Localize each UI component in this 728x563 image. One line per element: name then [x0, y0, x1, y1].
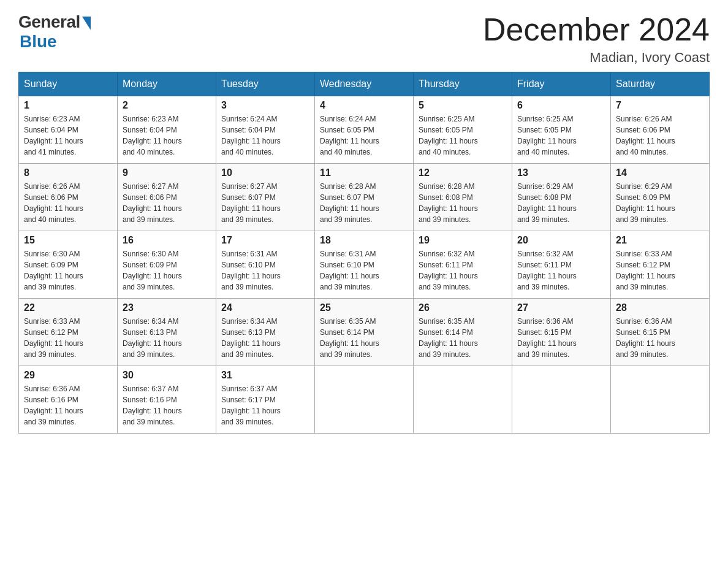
day-info: Sunrise: 6:34 AMSunset: 6:13 PMDaylight:…	[123, 316, 211, 360]
day-number: 7	[616, 100, 704, 111]
calendar-cell: 13Sunrise: 6:29 AMSunset: 6:08 PMDayligh…	[512, 164, 611, 231]
calendar-table: SundayMondayTuesdayWednesdayThursdayFrid…	[18, 72, 710, 434]
day-number: 16	[123, 235, 211, 246]
day-info: Sunrise: 6:31 AMSunset: 6:10 PMDaylight:…	[320, 248, 408, 293]
calendar-cell: 31Sunrise: 6:37 AMSunset: 6:17 PMDayligh…	[216, 366, 315, 434]
day-number: 22	[24, 302, 112, 313]
day-number: 13	[517, 167, 605, 178]
day-number: 8	[24, 167, 112, 178]
week-row-1: 1Sunrise: 6:23 AMSunset: 6:04 PMDaylight…	[19, 96, 710, 164]
day-number: 20	[517, 235, 605, 246]
day-info: Sunrise: 6:32 AMSunset: 6:11 PMDaylight:…	[419, 248, 507, 293]
calendar-cell: 18Sunrise: 6:31 AMSunset: 6:10 PMDayligh…	[315, 231, 414, 299]
day-number: 21	[616, 235, 704, 246]
day-info: Sunrise: 6:28 AMSunset: 6:08 PMDaylight:…	[419, 181, 507, 225]
calendar-cell: 19Sunrise: 6:32 AMSunset: 6:11 PMDayligh…	[414, 231, 512, 299]
week-row-5: 29Sunrise: 6:36 AMSunset: 6:16 PMDayligh…	[19, 366, 710, 434]
calendar-cell: 3Sunrise: 6:24 AMSunset: 6:04 PMDaylight…	[216, 96, 315, 164]
day-number: 17	[221, 235, 309, 246]
day-number: 19	[419, 235, 507, 246]
col-header-wednesday: Wednesday	[315, 72, 414, 96]
calendar-cell: 17Sunrise: 6:31 AMSunset: 6:10 PMDayligh…	[216, 231, 315, 299]
day-info: Sunrise: 6:23 AMSunset: 6:04 PMDaylight:…	[123, 113, 211, 158]
day-info: Sunrise: 6:29 AMSunset: 6:09 PMDaylight:…	[616, 181, 704, 225]
calendar-cell: 1Sunrise: 6:23 AMSunset: 6:04 PMDaylight…	[19, 96, 118, 164]
calendar-cell: 8Sunrise: 6:26 AMSunset: 6:06 PMDaylight…	[19, 164, 118, 231]
day-number: 5	[419, 100, 507, 111]
week-row-4: 22Sunrise: 6:33 AMSunset: 6:12 PMDayligh…	[19, 299, 710, 366]
day-info: Sunrise: 6:37 AMSunset: 6:16 PMDaylight:…	[123, 383, 211, 427]
calendar-cell: 24Sunrise: 6:34 AMSunset: 6:13 PMDayligh…	[216, 299, 315, 366]
calendar-cell: 14Sunrise: 6:29 AMSunset: 6:09 PMDayligh…	[611, 164, 710, 231]
title-block: December 2024 Madian, Ivory Coast	[483, 12, 710, 66]
calendar-cell: 5Sunrise: 6:25 AMSunset: 6:05 PMDaylight…	[414, 96, 512, 164]
day-info: Sunrise: 6:27 AMSunset: 6:07 PMDaylight:…	[221, 181, 309, 225]
day-info: Sunrise: 6:34 AMSunset: 6:13 PMDaylight:…	[221, 316, 309, 360]
day-number: 27	[517, 302, 605, 313]
day-info: Sunrise: 6:35 AMSunset: 6:14 PMDaylight:…	[419, 316, 507, 360]
calendar-cell	[512, 366, 611, 434]
day-info: Sunrise: 6:26 AMSunset: 6:06 PMDaylight:…	[616, 113, 704, 158]
calendar-cell: 12Sunrise: 6:28 AMSunset: 6:08 PMDayligh…	[414, 164, 512, 231]
col-header-tuesday: Tuesday	[216, 72, 315, 96]
day-info: Sunrise: 6:27 AMSunset: 6:06 PMDaylight:…	[123, 181, 211, 225]
logo-blue-text: Blue	[20, 32, 57, 52]
day-info: Sunrise: 6:28 AMSunset: 6:07 PMDaylight:…	[320, 181, 408, 225]
day-number: 26	[419, 302, 507, 313]
day-number: 25	[320, 302, 408, 313]
logo-general-text: General	[18, 12, 80, 32]
week-row-2: 8Sunrise: 6:26 AMSunset: 6:06 PMDaylight…	[19, 164, 710, 231]
day-number: 31	[221, 370, 309, 381]
day-info: Sunrise: 6:31 AMSunset: 6:10 PMDaylight:…	[221, 248, 309, 293]
day-info: Sunrise: 6:35 AMSunset: 6:14 PMDaylight:…	[320, 316, 408, 360]
day-number: 15	[24, 235, 112, 246]
calendar-cell	[315, 366, 414, 434]
day-number: 11	[320, 167, 408, 178]
day-number: 12	[419, 167, 507, 178]
calendar-cell: 26Sunrise: 6:35 AMSunset: 6:14 PMDayligh…	[414, 299, 512, 366]
calendar-cell: 27Sunrise: 6:36 AMSunset: 6:15 PMDayligh…	[512, 299, 611, 366]
calendar-cell	[611, 366, 710, 434]
day-number: 10	[221, 167, 309, 178]
month-title: December 2024	[483, 12, 710, 47]
day-number: 14	[616, 167, 704, 178]
day-number: 28	[616, 302, 704, 313]
calendar-cell: 23Sunrise: 6:34 AMSunset: 6:13 PMDayligh…	[118, 299, 216, 366]
calendar-cell: 7Sunrise: 6:26 AMSunset: 6:06 PMDaylight…	[611, 96, 710, 164]
day-info: Sunrise: 6:33 AMSunset: 6:12 PMDaylight:…	[24, 316, 112, 360]
day-number: 9	[123, 167, 211, 178]
page-header: General Blue December 2024 Madian, Ivory…	[18, 12, 710, 66]
calendar-cell: 28Sunrise: 6:36 AMSunset: 6:15 PMDayligh…	[611, 299, 710, 366]
calendar-cell: 10Sunrise: 6:27 AMSunset: 6:07 PMDayligh…	[216, 164, 315, 231]
day-number: 18	[320, 235, 408, 246]
day-info: Sunrise: 6:33 AMSunset: 6:12 PMDaylight:…	[616, 248, 704, 293]
col-header-monday: Monday	[118, 72, 216, 96]
calendar-cell: 4Sunrise: 6:24 AMSunset: 6:05 PMDaylight…	[315, 96, 414, 164]
day-info: Sunrise: 6:32 AMSunset: 6:11 PMDaylight:…	[517, 248, 605, 293]
calendar-cell: 9Sunrise: 6:27 AMSunset: 6:06 PMDaylight…	[118, 164, 216, 231]
calendar-cell: 20Sunrise: 6:32 AMSunset: 6:11 PMDayligh…	[512, 231, 611, 299]
day-number: 2	[123, 100, 211, 111]
calendar-header-row: SundayMondayTuesdayWednesdayThursdayFrid…	[19, 72, 710, 96]
day-info: Sunrise: 6:37 AMSunset: 6:17 PMDaylight:…	[221, 383, 309, 427]
day-number: 23	[123, 302, 211, 313]
day-number: 3	[221, 100, 309, 111]
day-info: Sunrise: 6:25 AMSunset: 6:05 PMDaylight:…	[517, 113, 605, 158]
calendar-cell: 11Sunrise: 6:28 AMSunset: 6:07 PMDayligh…	[315, 164, 414, 231]
week-row-3: 15Sunrise: 6:30 AMSunset: 6:09 PMDayligh…	[19, 231, 710, 299]
calendar-cell: 22Sunrise: 6:33 AMSunset: 6:12 PMDayligh…	[19, 299, 118, 366]
day-number: 30	[123, 370, 211, 381]
calendar-cell: 30Sunrise: 6:37 AMSunset: 6:16 PMDayligh…	[118, 366, 216, 434]
calendar-cell: 2Sunrise: 6:23 AMSunset: 6:04 PMDaylight…	[118, 96, 216, 164]
logo-arrow-icon	[82, 17, 91, 30]
calendar-cell: 21Sunrise: 6:33 AMSunset: 6:12 PMDayligh…	[611, 231, 710, 299]
day-info: Sunrise: 6:36 AMSunset: 6:16 PMDaylight:…	[24, 383, 112, 427]
day-info: Sunrise: 6:30 AMSunset: 6:09 PMDaylight:…	[123, 248, 211, 293]
col-header-thursday: Thursday	[414, 72, 512, 96]
calendar-cell: 16Sunrise: 6:30 AMSunset: 6:09 PMDayligh…	[118, 231, 216, 299]
calendar-cell	[414, 366, 512, 434]
calendar-cell: 25Sunrise: 6:35 AMSunset: 6:14 PMDayligh…	[315, 299, 414, 366]
day-number: 24	[221, 302, 309, 313]
day-info: Sunrise: 6:26 AMSunset: 6:06 PMDaylight:…	[24, 181, 112, 225]
day-number: 4	[320, 100, 408, 111]
